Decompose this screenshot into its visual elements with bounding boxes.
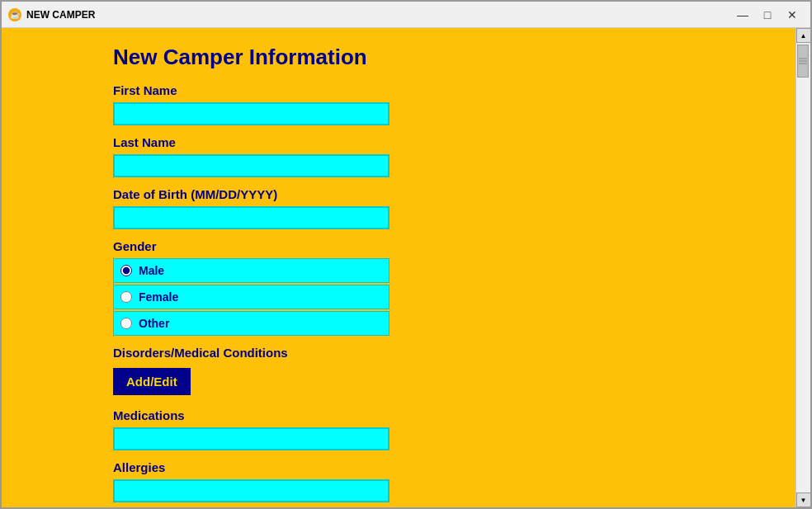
gender-male-radio[interactable] — [120, 265, 132, 276]
scroll-up-button[interactable]: ▲ — [796, 28, 811, 43]
gender-female-radio[interactable] — [120, 291, 132, 303]
last-name-input[interactable] — [113, 154, 389, 177]
scrollbar: ▲ ▼ — [795, 28, 810, 507]
gender-radio-group: Male Female Other — [113, 258, 684, 336]
window-title: NEW CAMPER — [26, 9, 95, 21]
grip-line-3 — [799, 64, 807, 64]
scrollbar-grip — [799, 59, 807, 64]
page-title: New Camper Information — [113, 45, 684, 70]
scrollbar-thumb[interactable] — [797, 45, 809, 78]
medications-input[interactable] — [113, 427, 389, 450]
gender-other-radio[interactable] — [120, 318, 132, 329]
gender-male-label: Male — [139, 264, 164, 277]
maximize-button[interactable]: □ — [756, 6, 779, 24]
first-name-input[interactable] — [113, 102, 389, 125]
medications-label: Medications — [113, 408, 684, 422]
scrollbar-track[interactable] — [796, 43, 810, 493]
close-button[interactable]: ✕ — [781, 6, 804, 24]
dob-label: Date of Birth (MM/DD/YYYY) — [113, 187, 684, 201]
title-bar: ☕ NEW CAMPER — □ ✕ — [2, 2, 810, 28]
grip-line-2 — [799, 61, 807, 62]
first-name-label: First Name — [113, 83, 684, 97]
title-bar-left: ☕ NEW CAMPER — [8, 8, 95, 21]
gender-label: Gender — [113, 239, 684, 253]
last-name-label: Last Name — [113, 135, 684, 149]
add-edit-button[interactable]: Add/Edit — [113, 368, 191, 395]
main-window: ☕ NEW CAMPER — □ ✕ New Camper Informatio… — [0, 0, 812, 509]
disorders-label: Disorders/Medical Conditions — [113, 346, 684, 360]
gender-other-option[interactable]: Other — [113, 311, 389, 336]
gender-female-option[interactable]: Female — [113, 285, 389, 309]
allergies-label: Allergies — [113, 460, 684, 474]
dob-input[interactable] — [113, 206, 389, 229]
allergies-input[interactable] — [113, 479, 389, 502]
gender-female-label: Female — [139, 290, 178, 304]
gender-other-label: Other — [139, 317, 169, 330]
minimize-button[interactable]: — — [731, 6, 754, 24]
content-area: New Camper Information First Name Last N… — [2, 28, 795, 507]
scroll-down-button[interactable]: ▼ — [796, 493, 811, 507]
gender-male-option[interactable]: Male — [113, 258, 389, 283]
window-body: New Camper Information First Name Last N… — [2, 28, 810, 507]
app-icon: ☕ — [8, 8, 21, 21]
grip-line-1 — [799, 59, 807, 59]
window-controls: — □ ✕ — [731, 6, 804, 24]
